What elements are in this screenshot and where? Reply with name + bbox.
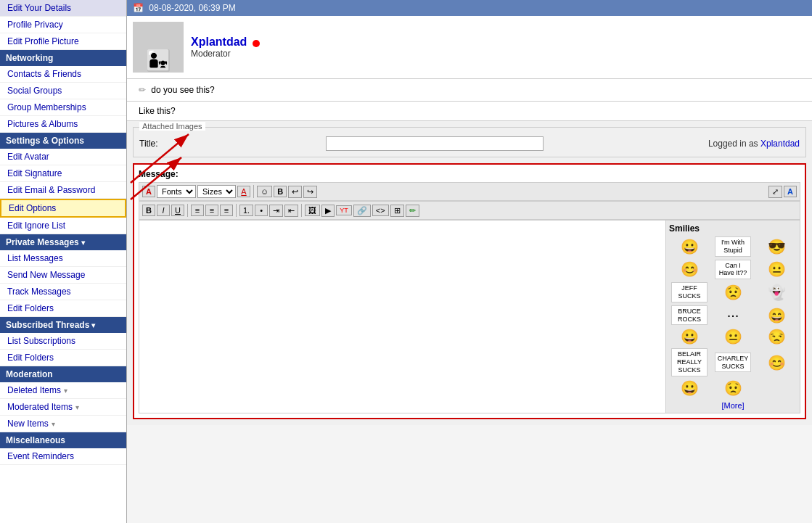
- separator2: [187, 204, 188, 217]
- smiley-cool[interactable]: 😎: [768, 238, 786, 255]
- smiley-sad[interactable]: 😟: [724, 284, 742, 301]
- ordered-list-button[interactable]: 1.: [239, 205, 253, 216]
- smiley-grin[interactable]: 😀: [681, 328, 699, 345]
- sidebar-item-list-subscriptions[interactable]: List Subscriptions: [0, 333, 126, 350]
- sidebar-item-send-new-message[interactable]: Send New Message: [0, 267, 126, 284]
- smiley-ok[interactable]: 😊: [768, 354, 786, 371]
- separator3: [236, 204, 237, 217]
- sidebar-item-list-messages[interactable]: List Messages: [0, 250, 126, 267]
- smiley-bruce-rocks[interactable]: BRUCE ROCKS: [671, 305, 708, 326]
- datetime-text: 08-08-2020, 06:39 PM: [149, 3, 235, 13]
- sidebar-item-contacts-friends[interactable]: Contacts & Friends: [0, 66, 126, 83]
- calendar-icon: 📅: [133, 3, 144, 13]
- editor-toolbar-row1: A Fonts Sizes A ☺ B ↩ ↪ ⤢ A: [139, 182, 800, 201]
- title-row: Title: Logged in as Xplantdad: [139, 136, 800, 151]
- align-center-button[interactable]: ≡: [205, 205, 218, 216]
- bold-button[interactable]: B: [142, 205, 155, 216]
- sidebar-item-profile-privacy[interactable]: Profile Privacy: [0, 17, 126, 33]
- smiley-wide[interactable]: 😀: [681, 379, 699, 397]
- datetime-bar: 📅 08-08-2020, 06:39 PM: [127, 0, 812, 16]
- avatar: 👨‍👧: [133, 22, 184, 73]
- message-body: ✏ do you see this?: [127, 79, 812, 102]
- logged-in-user-link[interactable]: Xplantdad: [760, 139, 800, 149]
- sidebar-item-edit-profile-picture[interactable]: Edit Profile Picture: [0, 33, 126, 50]
- smiley-happy2[interactable]: 😄: [768, 307, 786, 324]
- username-link[interactable]: Xplantdad: [191, 36, 247, 48]
- smiley-belair-sucks[interactable]: BELAIR REALLY SUCKS: [671, 348, 708, 376]
- sidebar-item-edit-avatar[interactable]: Edit Avatar: [0, 149, 126, 165]
- smiley-worried[interactable]: 😟: [724, 379, 742, 397]
- font-family-select[interactable]: Fonts: [157, 185, 196, 198]
- attached-images-label: Attached Images: [139, 122, 205, 131]
- smiley-think[interactable]: 😐: [724, 328, 742, 345]
- message-text: do you see this?: [151, 85, 214, 95]
- main-content: 📅 08-08-2020, 06:39 PM 👨‍👧 Xplantdad Mod…: [127, 0, 812, 523]
- message-textarea[interactable]: [139, 221, 665, 402]
- smiley-smile[interactable]: 😊: [681, 260, 699, 278]
- sidebar-section-subscribed-threads[interactable]: Subscribed Threads: [0, 317, 126, 333]
- font-color-a-button[interactable]: A: [237, 186, 250, 197]
- italic-button[interactable]: I: [157, 205, 170, 216]
- sidebar-item-edit-your-details[interactable]: Edit Your Details: [0, 0, 126, 17]
- chevron-down-icon: ▾: [75, 403, 79, 411]
- sidebar-item-deleted-items[interactable]: Deleted Items ▾: [0, 382, 126, 399]
- underline-button[interactable]: U: [171, 205, 184, 216]
- smiley-charley-sucks[interactable]: CHARLEY SUCKS: [715, 353, 751, 373]
- video-button[interactable]: ▶: [321, 205, 335, 217]
- redo-button[interactable]: ↪: [303, 186, 317, 198]
- bold-button-2[interactable]: B: [274, 186, 287, 197]
- sidebar-item-edit-folders-st[interactable]: Edit Folders: [0, 350, 126, 366]
- sidebar-section-private-messages[interactable]: Private Messages: [0, 234, 126, 250]
- align-right-button[interactable]: ≡: [220, 205, 233, 216]
- smiley-im-with-stupid[interactable]: I'm With Stupid: [715, 236, 751, 257]
- smiley-can-i-have-it[interactable]: Can I Have It??: [715, 260, 751, 280]
- attached-images-section: Attached Images Title: Logged in as Xpla…: [133, 127, 806, 157]
- compose-box: Message: A Fonts Sizes A ☺ B ↩ ↪ ⤢ A: [133, 163, 806, 419]
- editor-main: Smilies 😀 I'm With Stupid 😎 😊 Can I Have…: [139, 220, 800, 413]
- user-role: Moderator: [191, 49, 806, 59]
- smiley-button[interactable]: ☺: [257, 186, 272, 197]
- link-button[interactable]: 🔗: [353, 205, 371, 217]
- separator4: [301, 204, 302, 217]
- chevron-down-icon: ▾: [52, 420, 55, 428]
- like-section: Like this?: [127, 102, 812, 121]
- sidebar-item-edit-signature[interactable]: Edit Signature: [0, 165, 126, 182]
- sidebar-item-event-reminders[interactable]: Event Reminders: [0, 448, 126, 465]
- smiley-happy[interactable]: 😀: [681, 238, 699, 255]
- font-size-select[interactable]: Sizes: [197, 185, 236, 198]
- smiley-angry[interactable]: 😒: [768, 328, 786, 345]
- outdent-button[interactable]: ⇤: [284, 205, 298, 217]
- sidebar-item-new-items[interactable]: New Items ▾: [0, 416, 126, 432]
- title-input[interactable]: [326, 136, 544, 151]
- sidebar-item-edit-options[interactable]: Edit Options: [0, 199, 126, 218]
- highlight-button[interactable]: ✏: [406, 205, 419, 217]
- youtube-button[interactable]: YT: [336, 205, 352, 215]
- undo-button[interactable]: ↩: [288, 186, 302, 198]
- unordered-list-button[interactable]: •: [255, 205, 268, 216]
- expand-button[interactable]: ⤢: [768, 186, 782, 198]
- smiley-jeff-sucks[interactable]: JEFF SUCKS: [671, 282, 708, 302]
- sidebar-item-pictures-albums[interactable]: Pictures & Albums: [0, 116, 126, 133]
- sidebar-section-networking: Networking: [0, 50, 126, 66]
- sidebar-item-social-groups[interactable]: Social Groups: [0, 83, 126, 99]
- sidebar-item-edit-email-password[interactable]: Edit Email & Password: [0, 182, 126, 199]
- sidebar-item-edit-ignore-list[interactable]: Edit Ignore List: [0, 218, 126, 234]
- table-button[interactable]: ⊞: [390, 205, 404, 217]
- font-size-large-button[interactable]: A: [784, 186, 797, 197]
- image-insert-button[interactable]: 🖼: [305, 205, 320, 216]
- smiley-neutral[interactable]: 😐: [768, 260, 786, 278]
- sidebar-item-group-memberships[interactable]: Group Memberships: [0, 99, 126, 116]
- smiley-ghost[interactable]: 👻: [768, 284, 786, 301]
- code-button[interactable]: <>: [372, 205, 389, 216]
- sidebar-item-track-messages[interactable]: Track Messages: [0, 284, 126, 300]
- online-indicator: [253, 40, 260, 47]
- smilies-more-link[interactable]: [More]: [669, 401, 797, 410]
- align-left-button[interactable]: ≡: [191, 205, 204, 216]
- sidebar-item-edit-folders-pm[interactable]: Edit Folders: [0, 300, 126, 317]
- sidebar-item-moderated-items[interactable]: Moderated Items ▾: [0, 399, 126, 416]
- chevron-down-icon: ▾: [64, 387, 67, 395]
- smilies-title: Smilies: [669, 223, 797, 234]
- font-color-button[interactable]: A: [142, 186, 155, 197]
- smiley-dots[interactable]: ···: [727, 307, 739, 324]
- indent-button[interactable]: ⇥: [269, 205, 283, 217]
